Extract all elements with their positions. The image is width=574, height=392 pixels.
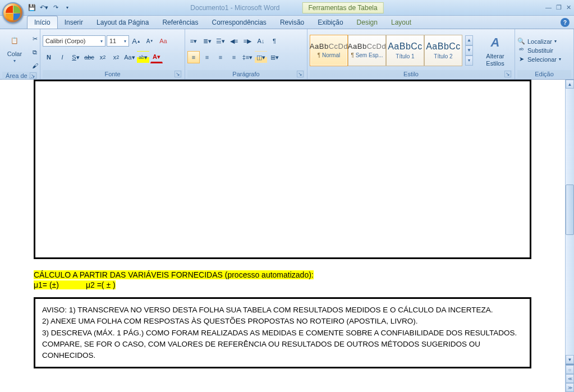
undo-icon[interactable]: ↶▾ — [39, 3, 49, 13]
workspace: CÁLCULO A PARTIR DAS VARIÁVEIS FORNECIDA… — [0, 80, 574, 392]
increase-indent-button[interactable]: ≡▶ — [241, 35, 254, 47]
office-button[interactable] — [2, 2, 24, 24]
strikethrough-button[interactable]: abc — [83, 51, 95, 63]
align-center-button[interactable]: ≡ — [201, 51, 213, 63]
aviso-line-2: 2) ANEXE UMA FOLHA COM RESPOSTAS ÀS QUES… — [42, 316, 523, 327]
borders-button[interactable]: ⊞▾ — [268, 51, 281, 63]
browse-object-button[interactable]: ○ — [566, 365, 574, 374]
scroll-up-button[interactable]: ▲ — [566, 80, 574, 89]
sort-button[interactable]: A↓ — [255, 35, 267, 47]
font-size-combo[interactable]: 11▾ — [107, 35, 129, 47]
tab-correspondencias[interactable]: Correspondências — [205, 16, 273, 29]
subscript-button[interactable]: x2 — [97, 51, 109, 63]
replace-button[interactable]: ᵃᵇSubstituir — [517, 47, 561, 54]
group-paragraph: ≡▾ ≣▾ ☰▾ ◀≡ ≡▶ A↓ ¶ ≡ ≡ ≡ ≡ ‡≡▾ ◫▾ ⊞▾ Pa… — [185, 29, 307, 79]
clear-format-icon[interactable]: Aa — [157, 35, 169, 47]
change-case-button[interactable]: Aa▾ — [123, 51, 136, 63]
prev-page-button[interactable]: ≪ — [566, 374, 574, 383]
format-painter-icon[interactable]: 🖌 — [29, 59, 41, 72]
restore-button[interactable]: ❐ — [556, 4, 562, 11]
tab-design[interactable]: Design — [350, 16, 384, 29]
shading-button[interactable]: ◫▾ — [255, 51, 267, 63]
document-area[interactable]: CÁLCULO A PARTIR DAS VARIÁVEIS FORNECIDA… — [0, 80, 565, 392]
tab-referencias[interactable]: Referências — [155, 16, 205, 29]
qat-menu-icon[interactable]: ▾ — [62, 3, 72, 13]
find-button[interactable]: 🔍Localizar ▾ — [517, 38, 561, 45]
empty-table-box[interactable] — [34, 80, 531, 259]
gallery-more[interactable]: ▾ — [465, 56, 473, 66]
style-titulo-1[interactable]: AaBbCc Título 1 — [386, 35, 424, 66]
underline-button[interactable]: S▾ — [70, 51, 82, 63]
paste-button[interactable]: 📋 Colar ▾ — [2, 30, 27, 64]
superscript-button[interactable]: x2 — [110, 51, 122, 63]
tab-inicio[interactable]: Início — [27, 16, 58, 29]
justify-button[interactable]: ≡ — [228, 51, 240, 63]
show-marks-button[interactable]: ¶ — [268, 35, 281, 47]
quick-access-toolbar: 💾 ↶▾ ↷ ▾ — [27, 3, 72, 13]
paragraph-launcher[interactable]: ↘ — [297, 71, 304, 77]
mu-values-line[interactable]: μ1= (±)μ2 =( ± ) — [34, 280, 531, 289]
italic-button[interactable]: I — [56, 51, 68, 63]
scroll-thumb[interactable] — [566, 185, 574, 235]
aviso-line-1: AVISO: 1) TRANSCREVA NO VERSO DESTA FOLH… — [42, 305, 523, 316]
copy-icon[interactable]: ⧉ — [29, 46, 41, 58]
save-icon[interactable]: 💾 — [27, 3, 37, 13]
multilevel-button[interactable]: ☰▾ — [214, 35, 227, 47]
styles-gallery-scroll: ▲ ▼ ▾ — [465, 35, 473, 66]
minimize-button[interactable]: — — [545, 4, 552, 11]
styles-launcher[interactable]: ↘ — [504, 71, 511, 77]
ribbon: 📋 Colar ▾ ✂ ⧉ 🖌 Área de ...↘ Calibri (Co… — [0, 29, 574, 80]
font-family-combo[interactable]: Calibri (Corpo)▾ — [43, 35, 105, 47]
bold-button[interactable]: N — [43, 51, 55, 63]
change-styles-icon: A — [486, 34, 504, 52]
align-right-button[interactable]: ≡ — [214, 51, 227, 63]
tab-exibicao[interactable]: Exibição — [311, 16, 350, 29]
group-paragraph-label: Parágrafo↘ — [187, 70, 305, 78]
style-titulo-2[interactable]: AaBbCc Título 2 — [424, 35, 462, 66]
tab-layout-pagina[interactable]: Layout da Página — [90, 16, 155, 29]
align-left-button[interactable]: ≡ — [187, 51, 200, 63]
scroll-down-button[interactable]: ▼ — [566, 355, 574, 364]
numbering-button[interactable]: ≣▾ — [201, 35, 213, 47]
ribbon-tabs: Início Inserir Layout da Página Referênc… — [0, 16, 574, 29]
grow-font-icon[interactable]: A▲ — [130, 35, 143, 47]
decrease-indent-button[interactable]: ◀≡ — [228, 35, 240, 47]
group-font-label: Fonte↘ — [43, 70, 182, 78]
style-sem-espacamento[interactable]: AaBbCcDd ¶ Sem Esp... — [348, 35, 386, 66]
clipboard-launcher[interactable]: ↘ — [30, 72, 36, 79]
styles-gallery: AaBbCcDd ¶ Normal AaBbCcDd ¶ Sem Esp... … — [310, 35, 462, 66]
group-font: Calibri (Corpo)▾ 11▾ A▲ A▼ Aa N I S▾ abc… — [40, 29, 185, 79]
aviso-box[interactable]: AVISO: 1) TRANSCREVA NO VERSO DESTA FOLH… — [34, 297, 531, 368]
next-page-button[interactable]: ≫ — [566, 383, 574, 392]
close-button[interactable]: ✕ — [566, 4, 571, 11]
line-spacing-button[interactable]: ‡≡▾ — [241, 51, 254, 63]
bullets-button[interactable]: ≡▾ — [187, 35, 200, 47]
help-icon[interactable]: ? — [561, 18, 570, 27]
vertical-scrollbar[interactable]: ▲ ▼ ○ ≪ ≫ — [565, 80, 574, 392]
tab-layout[interactable]: Layout — [384, 16, 418, 29]
tab-revisao[interactable]: Revisão — [273, 16, 311, 29]
select-button[interactable]: ➤Selecionar ▾ — [517, 56, 561, 63]
font-launcher[interactable]: ↘ — [175, 71, 181, 77]
table-tools-label: Ferramentas de Tabela — [302, 2, 383, 13]
group-editing: 🔍Localizar ▾ ᵃᵇSubstituir ➤Selecionar ▾ … — [515, 29, 574, 79]
gallery-up[interactable]: ▲ — [465, 35, 473, 45]
scroll-track[interactable] — [566, 89, 574, 355]
tab-inserir[interactable]: Inserir — [58, 16, 90, 29]
highlight-button[interactable]: ab▾ — [137, 51, 149, 63]
group-clipboard: 📋 Colar ▾ ✂ ⧉ 🖌 Área de ...↘ — [0, 29, 40, 79]
redo-icon[interactable]: ↷ — [50, 3, 61, 13]
change-styles-label: Alterar Estilos — [481, 53, 509, 66]
shrink-font-icon[interactable]: A▼ — [144, 35, 156, 47]
gallery-down[interactable]: ▼ — [465, 45, 473, 56]
replace-icon: ᵃᵇ — [517, 47, 525, 54]
window-controls: — ❐ ✕ — [545, 4, 571, 11]
binoculars-icon: 🔍 — [517, 38, 525, 45]
aviso-line-3: 3) DESCREVA (MÁX. 1 PÁG.) COMO FORAM REA… — [42, 328, 523, 362]
calc-title-line[interactable]: CÁLCULO A PARTIR DAS VARIÁVEIS FORNECIDA… — [34, 270, 531, 279]
style-normal[interactable]: AaBbCcDd ¶ Normal — [310, 35, 348, 66]
cut-icon[interactable]: ✂ — [29, 33, 41, 45]
change-styles-button[interactable]: A Alterar Estilos — [478, 33, 512, 67]
font-color-button[interactable]: A▾ — [150, 51, 163, 63]
group-styles: AaBbCcDd ¶ Normal AaBbCcDd ¶ Sem Esp... … — [307, 29, 515, 79]
